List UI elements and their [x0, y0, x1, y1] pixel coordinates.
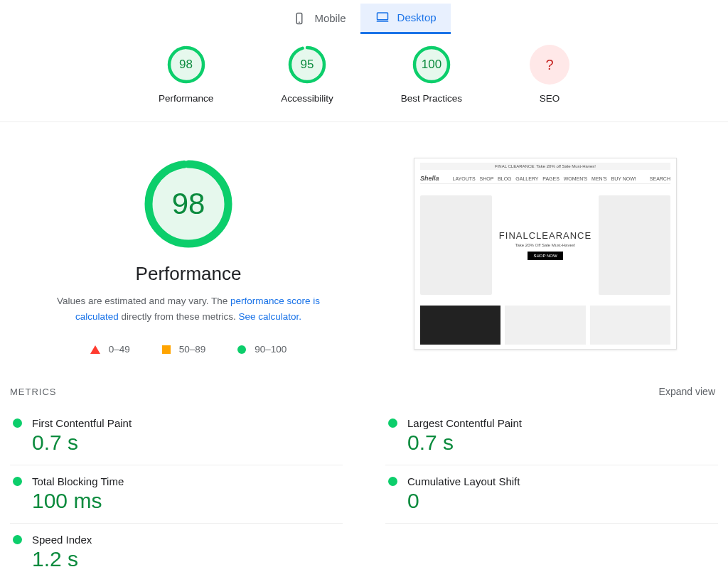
score-seo-label: SEO [540, 93, 560, 104]
gauge-best-practices-value: 100 [412, 45, 451, 85]
metric-fcp-name: First Contentful Paint [32, 417, 132, 429]
see-calculator-link[interactable]: See calculator. [239, 311, 302, 322]
metric-cls-value: 0 [407, 489, 715, 513]
metric-tbt[interactable]: Total Blocking Time 100 ms [10, 465, 343, 524]
metric-tbt-name: Total Blocking Time [32, 475, 124, 487]
shot-model-right [599, 195, 670, 295]
gauge-best-practices: 100 [412, 45, 451, 85]
metric-fcp[interactable]: First Contentful Paint 0.7 s [10, 407, 343, 465]
score-accessibility-label: Accessibility [281, 93, 333, 104]
circle-icon [237, 345, 246, 354]
page-screenshot: FINAL CLEARANCE: Take 20% off Sale Must-… [414, 158, 677, 350]
gauge-seo: ? [530, 45, 569, 85]
metrics-title: METRICS [10, 387, 57, 397]
device-tabs: Mobile Desktop [0, 0, 728, 34]
gauge-performance-value: 98 [166, 45, 206, 85]
metric-si-name: Speed Index [32, 534, 92, 546]
metric-cls-name: Cumulative Layout Shift [407, 475, 520, 487]
metric-si-value: 1.2 s [32, 547, 340, 567]
tab-mobile[interactable]: Mobile [277, 4, 360, 34]
shot-hero-button: SHOP NOW [528, 252, 562, 260]
triangle-icon [90, 345, 100, 354]
score-seo[interactable]: ? SEO [530, 45, 569, 104]
shot-hero-text: FINALCLEARANCE Take 20% Off Sale Must-Ha… [499, 230, 592, 260]
status-dot-icon [13, 535, 22, 544]
metric-cls[interactable]: Cumulative Layout Shift 0 [385, 465, 718, 524]
status-dot-icon [388, 477, 397, 486]
square-icon [162, 345, 171, 354]
shot-hero-sub: Take 20% Off Sale Must-Haves! [499, 243, 592, 247]
status-dot-icon [13, 418, 22, 428]
score-best-practices-label: Best Practices [401, 93, 462, 104]
status-dot-icon [388, 418, 397, 428]
legend-mid-label: 50–89 [179, 344, 206, 355]
shot-banner: FINAL CLEARANCE: Take 20% off Sale Must-… [420, 163, 670, 170]
gauge-performance: 98 [166, 45, 206, 85]
shot-nav: Shella LAYOUTS SHOP BLOG GALLERY PAGES W… [420, 173, 670, 184]
gauge-large: 98 [142, 158, 235, 250]
metric-fcp-value: 0.7 s [32, 431, 340, 455]
expand-view-link[interactable]: Expand view [659, 386, 715, 397]
metrics-header: METRICS Expand view [0, 376, 728, 407]
desc-text-1: Values are estimated and may vary. The [57, 296, 230, 306]
performance-detail: 98 Performance Values are estimated and … [21, 158, 355, 355]
score-performance[interactable]: 98 Performance [159, 45, 213, 104]
tab-desktop[interactable]: Desktop [360, 4, 451, 34]
performance-title: Performance [136, 263, 242, 285]
shot-hero: FINALCLEARANCE Take 20% Off Sale Must-Ha… [420, 188, 670, 302]
shot-hero-title: FINALCLEARANCE [499, 230, 592, 241]
legend-low-label: 0–49 [109, 344, 130, 355]
score-performance-label: Performance [159, 93, 213, 104]
score-legend: 0–49 50–89 90–100 [90, 344, 287, 355]
score-best-practices[interactable]: 100 Best Practices [401, 45, 462, 104]
performance-description: Values are estimated and may vary. The p… [39, 293, 338, 324]
metric-lcp[interactable]: Largest Contentful Paint 0.7 s [385, 407, 718, 465]
gauge-large-value: 98 [142, 158, 235, 250]
gauge-accessibility: 95 [287, 45, 327, 85]
tab-mobile-label: Mobile [314, 12, 346, 24]
legend-mid: 50–89 [162, 344, 206, 355]
screenshot-column: FINAL CLEARANCE: Take 20% off Sale Must-… [384, 158, 707, 355]
legend-high-label: 90–100 [255, 344, 287, 355]
performance-detail-row: 98 Performance Values are estimated and … [0, 122, 728, 376]
tab-desktop-label: Desktop [397, 11, 437, 23]
score-accessibility[interactable]: 95 Accessibility [281, 45, 333, 104]
metric-tbt-value: 100 ms [32, 489, 340, 513]
shot-model-left [420, 195, 492, 295]
status-dot-icon [13, 477, 22, 486]
legend-high: 90–100 [237, 344, 287, 355]
gauge-seo-value: ? [545, 57, 553, 73]
svg-rect-2 [377, 13, 387, 20]
desktop-icon [375, 11, 390, 23]
shot-thumbs [420, 306, 670, 345]
gauge-accessibility-value: 95 [287, 45, 327, 85]
legend-low: 0–49 [90, 344, 130, 355]
metric-lcp-name: Largest Contentful Paint [407, 417, 522, 429]
metric-si[interactable]: Speed Index 1.2 s [10, 524, 343, 567]
desc-text-2: directly from these metrics. [119, 311, 239, 322]
mobile-icon [291, 12, 307, 25]
metric-lcp-value: 0.7 s [407, 431, 715, 455]
scores-summary: 98 Performance 95 Accessibility 100 Best… [0, 34, 728, 122]
metrics-grid: First Contentful Paint 0.7 s Largest Con… [0, 407, 728, 567]
